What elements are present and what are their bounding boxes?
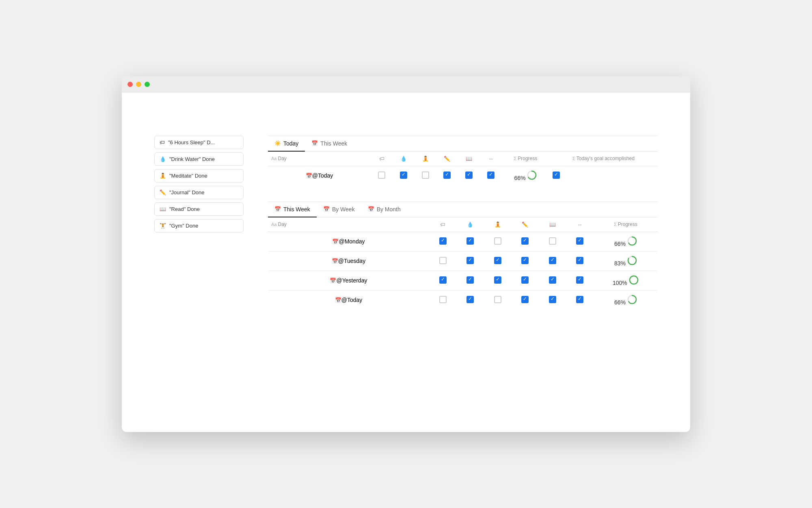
checkbox[interactable] — [521, 257, 529, 264]
th-journal: ✏️ — [511, 217, 538, 232]
check-cell-2 — [415, 166, 436, 185]
progress-tab-by-week[interactable]: 📅By Week — [317, 202, 361, 217]
progress-tab-by-month[interactable]: 📅By Month — [361, 202, 407, 217]
journal-label: "Journal" Done — [169, 189, 205, 195]
checkbox[interactable] — [487, 172, 495, 179]
checkbox[interactable] — [521, 276, 529, 284]
tab-icon-this-week: 📅 — [311, 140, 318, 146]
th-day: Aa Day — [268, 152, 371, 166]
checkbox[interactable] — [553, 172, 560, 179]
goal-cell — [549, 166, 658, 185]
progress-value: 66% — [614, 241, 626, 247]
checkbox[interactable] — [422, 172, 429, 179]
maximize-button[interactable] — [145, 82, 150, 87]
read-label: "Read" Done — [169, 206, 200, 212]
today-tab-today[interactable]: ☀️Today — [268, 136, 305, 152]
check-cell-0 — [371, 166, 393, 185]
day-label: @Monday — [339, 238, 365, 245]
progress-tabs: 📅This Week📅By Week📅By Month — [268, 202, 658, 217]
checkbox[interactable] — [439, 296, 447, 303]
close-button[interactable] — [127, 82, 133, 87]
th-gym: ↔ — [566, 217, 593, 232]
checkbox[interactable] — [443, 172, 451, 179]
quick-action-water[interactable]: 💧"Drink Water" Done — [154, 152, 244, 166]
check-cell-5 — [566, 251, 593, 271]
quick-action-journal[interactable]: ✏️"Journal" Done — [154, 186, 244, 199]
th-read: 📖 — [539, 217, 566, 232]
checkbox[interactable] — [494, 237, 501, 245]
progress-tab-this-week[interactable]: 📅This Week — [268, 202, 317, 217]
quick-action-gym[interactable]: 🏋"Gym" Done — [154, 219, 244, 232]
main-layout: 🏷"6 Hours Sleep" D...💧"Drink Water" Done… — [154, 129, 658, 326]
checkbox[interactable] — [439, 257, 447, 264]
progress-table: Aa Day 🏷 💧 🧘 ✏️ 📖 ↔ Σ Progress 📅@Monday6… — [268, 217, 658, 310]
checkbox[interactable] — [549, 237, 556, 245]
checkbox[interactable] — [378, 172, 385, 179]
th-water: 💧 — [393, 152, 415, 166]
check-cell-1 — [393, 166, 415, 185]
checkbox[interactable] — [576, 237, 583, 245]
progress-value: 83% — [614, 260, 626, 267]
check-cell-1 — [456, 271, 484, 290]
progress-value: 66% — [514, 175, 525, 181]
checkbox[interactable] — [494, 276, 501, 284]
checkbox[interactable] — [576, 296, 583, 303]
day-cell: 📅@Yesterday — [271, 277, 426, 284]
check-cell-2 — [484, 290, 511, 310]
checkbox[interactable] — [549, 276, 556, 284]
today-section: ☀️Today📅This Week Aa Day 🏷 💧 🧘 ✏️ 📖 ↔ Σ … — [268, 136, 658, 185]
day-icon: 📅 — [335, 297, 341, 303]
checkbox[interactable] — [466, 276, 474, 284]
day-label: @Tuesday — [338, 258, 365, 264]
checkbox[interactable] — [466, 257, 474, 264]
meditate-label: "Meditate" Done — [169, 173, 207, 179]
th-sleep: 🏷 — [371, 152, 393, 166]
check-cell-0 — [429, 232, 456, 251]
checkbox[interactable] — [439, 276, 447, 284]
quick-action-sleep[interactable]: 🏷"6 Hours Sleep" D... — [154, 136, 244, 149]
checkbox[interactable] — [466, 237, 474, 245]
checkbox[interactable] — [439, 237, 447, 245]
check-cell-3 — [511, 271, 538, 290]
checkbox[interactable] — [400, 172, 407, 179]
day-icon: 📅 — [330, 278, 336, 284]
checkbox[interactable] — [465, 172, 473, 179]
checkbox[interactable] — [576, 276, 583, 284]
today-tab-this-week[interactable]: 📅This Week — [305, 136, 354, 152]
water-icon: 💧 — [160, 156, 166, 162]
checkbox[interactable] — [494, 296, 501, 303]
check-cell-1 — [456, 232, 484, 251]
tab-icon-by-month: 📅 — [368, 206, 374, 212]
progress-value: 100% — [613, 280, 627, 286]
day-icon: 📅 — [332, 239, 339, 245]
day-cell: 📅@Tuesday — [271, 258, 426, 264]
sleep-label: "6 Hours Sleep" D... — [168, 139, 215, 145]
checkbox[interactable] — [549, 296, 556, 303]
journal-icon: ✏️ — [160, 189, 166, 195]
main-area: ☀️Today📅This Week Aa Day 🏷 💧 🧘 ✏️ 📖 ↔ Σ … — [268, 129, 658, 326]
quick-actions-list: 🏷"6 Hours Sleep" D...💧"Drink Water" Done… — [154, 136, 244, 232]
checkbox[interactable] — [549, 257, 556, 264]
check-cell-0 — [429, 290, 456, 310]
th-meditate: 🧘 — [484, 217, 511, 232]
checkbox[interactable] — [521, 237, 529, 245]
check-cell-5 — [566, 290, 593, 310]
minimize-button[interactable] — [136, 82, 141, 87]
checkbox[interactable] — [576, 257, 583, 264]
check-cell-3 — [511, 251, 538, 271]
check-cell-2 — [484, 271, 511, 290]
progress-cell: 83% — [594, 251, 658, 271]
check-cell-5 — [566, 271, 593, 290]
th-water: 💧 — [456, 217, 484, 232]
day-cell: 📅@Monday — [271, 238, 426, 245]
checkbox[interactable] — [494, 257, 501, 264]
checkbox[interactable] — [466, 296, 474, 303]
tab-icon-by-week: 📅 — [323, 206, 330, 212]
check-cell-1 — [456, 251, 484, 271]
quick-action-read[interactable]: 📖"Read" Done — [154, 202, 244, 216]
quick-action-meditate[interactable]: 🧘"Meditate" Done — [154, 169, 244, 182]
progress-cell: 66% — [594, 232, 658, 251]
th-gym: ↔ — [480, 152, 502, 166]
gym-icon: 🏋 — [160, 223, 166, 229]
checkbox[interactable] — [521, 296, 529, 303]
